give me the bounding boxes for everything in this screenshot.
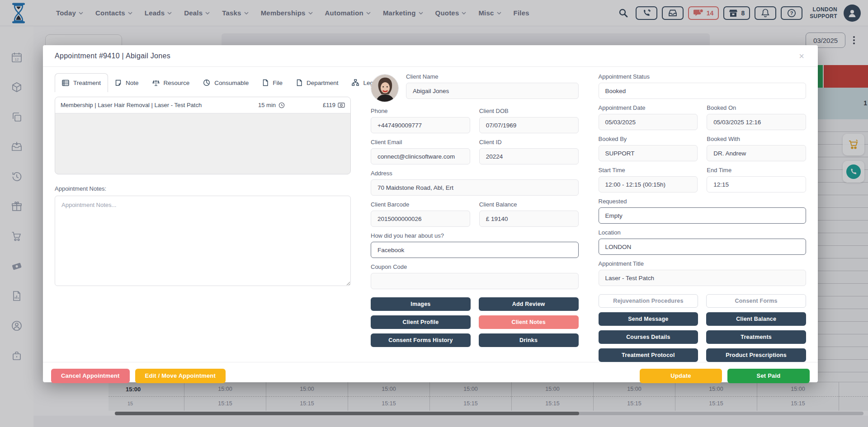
scales-icon — [152, 80, 160, 86]
appointment-actions: Rejuvenation Procedures Consent Forms Se… — [599, 294, 807, 362]
modal-header: Appointment #9410 | Abigail Jones × — [43, 45, 818, 67]
cancel-appointment-button[interactable]: Cancel Appointment — [51, 369, 130, 383]
product-prescriptions-button[interactable]: Product Prescriptions — [706, 348, 806, 362]
sitemap-icon — [352, 79, 359, 86]
modal-body: Treatment Note Resource Consumable File — [43, 67, 818, 362]
modal-title: Appointment #9410 | Abigail Jones — [55, 52, 170, 60]
tab-label: Treatment — [73, 80, 101, 86]
tab-label: Note — [126, 80, 139, 86]
appointment-notes-input[interactable] — [55, 196, 351, 286]
client-balance-button[interactable]: Client Balance — [706, 312, 806, 326]
treatment-icon — [62, 80, 69, 86]
consent-forms-button[interactable]: Consent Forms — [706, 294, 806, 308]
modal-footer: Cancel Appointment Edit / Move Appointme… — [43, 362, 818, 389]
tab-treatment[interactable]: Treatment — [55, 73, 108, 92]
appointment-status-select[interactable]: Booked — [599, 83, 807, 99]
courses-details-button[interactable]: Courses Details — [599, 330, 698, 344]
close-icon[interactable]: × — [797, 50, 806, 62]
tab-file[interactable]: File — [255, 73, 289, 92]
clock-icon — [278, 102, 285, 108]
referral-select[interactable]: Facebook — [371, 242, 579, 258]
requested-label: Requested — [599, 198, 807, 205]
tab-note[interactable]: Note — [108, 73, 146, 92]
client-dob-label: Client DOB — [479, 108, 579, 114]
client-column: Client Name Abigail Jones Phone +4474900… — [371, 73, 579, 362]
start-time-field: 12:00 - 12:15 (00:15h) — [599, 176, 698, 192]
drinks-button[interactable]: Drinks — [479, 333, 579, 347]
appointment-date-field: 05/03/2025 — [599, 114, 698, 130]
pie-icon — [203, 79, 210, 86]
client-notes-button[interactable]: Client Notes — [479, 315, 579, 329]
treatment-list-panel: Membership | Laser Hair Removal | Laser … — [55, 97, 351, 174]
coupon-code-input[interactable] — [371, 273, 579, 289]
address-label: Address — [371, 170, 579, 177]
address-field: 70 Maidstone Road, Abl, Ert — [371, 179, 579, 196]
rejuvenation-procedures-button[interactable]: Rejuvenation Procedures — [599, 294, 698, 308]
start-time-label: Start Time — [599, 167, 698, 174]
update-button[interactable]: Update — [640, 369, 722, 383]
end-time-label: End Time — [707, 167, 806, 174]
booked-by-field: SUPPORT — [599, 145, 698, 161]
add-review-button[interactable]: Add Review — [479, 297, 579, 311]
phone-field: +447490009777 — [371, 117, 470, 133]
booked-with-label: Booked With — [707, 136, 806, 142]
file-icon — [296, 79, 302, 86]
requested-select[interactable]: Empty — [599, 207, 807, 224]
end-time-input[interactable]: 12:15 — [707, 176, 806, 192]
treatment-duration: 15 min — [258, 102, 285, 108]
coupon-code-label: Coupon Code — [371, 263, 579, 270]
edit-move-appointment-button[interactable]: Edit / Move Appointment — [135, 369, 226, 383]
treatment-name: Membership | Laser Hair Removal | Laser … — [61, 102, 258, 108]
tab-department[interactable]: Department — [289, 73, 345, 92]
booked-by-label: Booked By — [599, 136, 698, 142]
client-balance-field: £ 19140 — [479, 211, 579, 227]
appointment-date-label: Appointment Date — [599, 104, 698, 111]
treatment-protocol-button[interactable]: Treatment Protocol — [599, 348, 698, 362]
client-actions: Images Add Review Client Profile Client … — [371, 297, 579, 347]
treatment-row[interactable]: Membership | Laser Hair Removal | Laser … — [55, 97, 350, 113]
client-photo — [371, 74, 399, 102]
client-email-label: Client Email — [371, 139, 470, 145]
tab-label: Department — [307, 80, 339, 86]
client-balance-label: Client Balance — [479, 201, 579, 208]
booked-on-field: 05/03/2025 12:16 — [707, 114, 806, 130]
appointment-title-label: Appointment Title — [599, 260, 807, 267]
location-label: Location — [599, 229, 807, 236]
client-barcode-label: Client Barcode — [371, 201, 470, 208]
note-icon — [115, 80, 122, 86]
appointment-notes-label: Appointment Notes: — [55, 185, 351, 192]
send-message-button[interactable]: Send Message — [599, 312, 698, 326]
client-id-label: Client ID — [479, 139, 579, 145]
tab-label: Resource — [164, 80, 190, 86]
client-profile-button[interactable]: Client Profile — [371, 315, 471, 329]
banknote-icon — [338, 102, 345, 108]
price-value: £119 — [323, 102, 335, 108]
booked-with-field: DR. Andrew — [707, 145, 806, 161]
referral-label: How did you hear about us? — [371, 232, 579, 239]
location-select[interactable]: LONDON — [599, 239, 807, 255]
client-name-label: Client Name — [406, 73, 579, 80]
modal-tabs: Treatment Note Resource Consumable File — [55, 73, 351, 92]
client-name-field: Abigail Jones — [406, 83, 579, 99]
tab-label: Consumable — [214, 80, 249, 86]
duration-value: 15 min — [258, 102, 276, 108]
tab-consumable[interactable]: Consumable — [196, 73, 255, 92]
client-barcode-field: 2015000000026 — [371, 211, 470, 227]
appointment-title-input[interactable]: Laser - Test Patch — [599, 270, 807, 286]
appointment-column: Appointment Status Booked Appointment Da… — [599, 73, 807, 362]
client-email-field: connect@clinicsoftware.com — [371, 148, 470, 164]
treatment-price: £119 — [323, 102, 345, 108]
tab-label: File — [273, 80, 283, 86]
file-icon — [262, 79, 269, 86]
set-paid-button[interactable]: Set Paid — [727, 369, 810, 383]
phone-label: Phone — [371, 108, 470, 114]
consent-forms-history-button[interactable]: Consent Forms History — [371, 333, 471, 347]
images-button[interactable]: Images — [371, 297, 471, 311]
booked-on-label: Booked On — [707, 104, 806, 111]
appointment-modal: Appointment #9410 | Abigail Jones × Trea… — [43, 45, 818, 382]
tab-resource[interactable]: Resource — [146, 73, 197, 92]
treatment-column: Treatment Note Resource Consumable File — [55, 73, 351, 362]
client-id-field: 20224 — [479, 148, 579, 164]
client-dob-field: 07/07/1969 — [479, 117, 579, 133]
treatments-button[interactable]: Treatments — [706, 330, 806, 344]
